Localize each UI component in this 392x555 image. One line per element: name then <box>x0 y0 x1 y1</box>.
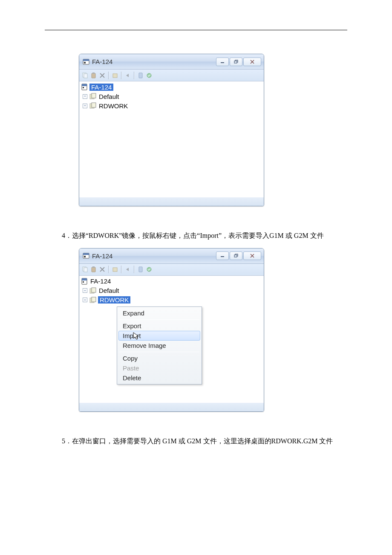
close-button[interactable] <box>243 58 261 66</box>
delete-icon[interactable] <box>99 266 106 273</box>
minimize-icon <box>220 254 225 258</box>
svg-rect-37 <box>92 288 96 292</box>
svg-rect-35 <box>83 281 84 283</box>
copy-icon[interactable] <box>82 72 89 79</box>
back-icon[interactable] <box>124 266 131 273</box>
expand-icon[interactable]: + <box>83 298 87 302</box>
step-4-text: 4．选择“RDWORK”镜像，按鼠标右键，点击“Import”，表示需要导入G1… <box>45 230 347 242</box>
svg-rect-23 <box>221 256 224 257</box>
tree-item-label: Default <box>98 287 120 294</box>
svg-rect-31 <box>139 267 142 272</box>
screenshot-window-1: FA-124 <box>79 54 347 206</box>
restore-icon <box>234 254 239 258</box>
calculator-icon <box>81 84 88 90</box>
back-icon[interactable] <box>124 72 131 79</box>
svg-rect-25 <box>234 255 237 257</box>
svg-rect-34 <box>82 278 87 280</box>
tree-view[interactable]: FA-124 + Default + RDWORK Expand Export <box>79 276 264 403</box>
image-icon <box>89 287 96 294</box>
expand-icon[interactable]: + <box>83 94 87 99</box>
window-controls <box>215 251 261 260</box>
image-icon <box>89 297 96 304</box>
svg-rect-21 <box>83 253 89 255</box>
tree-item-default[interactable]: + Default <box>81 286 262 295</box>
svg-rect-7 <box>84 74 87 78</box>
calculator-icon[interactable] <box>137 72 144 79</box>
restore-button[interactable] <box>230 58 242 66</box>
menu-item-export[interactable]: Export <box>118 321 200 331</box>
svg-rect-3 <box>221 62 224 63</box>
tree-item-rdwork[interactable]: + RDWORK <box>81 101 262 110</box>
minimize-icon <box>220 60 225 64</box>
svg-rect-28 <box>92 267 95 272</box>
menu-item-import[interactable]: Import <box>118 331 200 341</box>
tree-root[interactable]: FA-124 <box>81 277 262 286</box>
toolbar-separator <box>134 266 135 273</box>
new-image-icon[interactable] <box>112 72 118 79</box>
svg-rect-17 <box>92 93 96 98</box>
minimize-button[interactable] <box>216 58 229 66</box>
tree-root[interactable]: FA-124 <box>81 82 262 92</box>
horizontal-rule <box>45 30 347 30</box>
svg-rect-30 <box>113 268 117 272</box>
toolbar-separator <box>121 72 122 79</box>
context-menu: Expand Export Import Remove Image Copy P… <box>117 306 202 384</box>
restore-icon <box>234 60 239 64</box>
svg-rect-39 <box>92 297 96 302</box>
tree-item-label: Default <box>98 93 120 100</box>
new-image-icon[interactable] <box>112 266 118 273</box>
tree-root-label: FA-124 <box>89 278 112 285</box>
restore-button[interactable] <box>230 251 242 260</box>
page: FA-124 <box>0 0 392 471</box>
copy-icon[interactable] <box>82 266 89 273</box>
menu-separator <box>119 319 199 320</box>
menu-item-expand[interactable]: Expand <box>118 308 200 318</box>
svg-rect-10 <box>113 74 117 78</box>
toolbar-separator <box>121 266 122 273</box>
app-icon <box>83 58 89 65</box>
connect-icon[interactable] <box>146 266 153 273</box>
menu-separator <box>119 352 199 352</box>
tree-item-default[interactable]: + Default <box>81 92 262 101</box>
svg-rect-29 <box>92 266 95 268</box>
svg-rect-2 <box>84 62 86 64</box>
tree-item-rdwork[interactable]: + RDWORK <box>81 295 262 305</box>
image-icon <box>89 102 96 109</box>
menu-item-paste: Paste <box>118 363 200 373</box>
close-icon <box>250 60 255 64</box>
svg-rect-14 <box>82 84 87 86</box>
tree-item-label: RDWORK <box>98 102 129 110</box>
svg-rect-15 <box>83 87 84 88</box>
svg-rect-19 <box>92 103 96 107</box>
delete-icon[interactable] <box>99 72 106 79</box>
status-bar <box>79 197 264 206</box>
tree-view[interactable]: FA-124 + Default + RDWORK <box>79 81 264 197</box>
title-bar[interactable]: FA-124 <box>79 249 264 264</box>
svg-rect-8 <box>92 73 95 78</box>
step-5-text: 5．在弹出窗口，选择需要导入的 G1M 或 G2M 文件，这里选择桌面的RDWO… <box>45 435 347 448</box>
paste-icon[interactable] <box>90 266 97 273</box>
app-icon <box>83 252 89 259</box>
close-button[interactable] <box>243 251 261 260</box>
expand-icon[interactable]: + <box>83 104 87 108</box>
svg-rect-9 <box>92 72 95 74</box>
toolbar-separator <box>108 266 109 273</box>
expand-icon[interactable]: + <box>83 288 87 293</box>
svg-rect-22 <box>84 256 86 257</box>
title-bar[interactable]: FA-124 <box>79 54 264 69</box>
window-title: FA-124 <box>92 252 215 260</box>
menu-item-copy[interactable]: Copy <box>118 353 200 363</box>
app-window: FA-124 <box>79 248 264 412</box>
connect-icon[interactable] <box>146 72 153 79</box>
tree-root-label: FA-124 <box>89 84 113 91</box>
calculator-icon[interactable] <box>137 266 144 273</box>
svg-rect-5 <box>234 61 237 63</box>
toolbar-separator <box>108 72 109 79</box>
status-bar <box>79 403 264 411</box>
paste-icon[interactable] <box>90 72 97 79</box>
menu-item-delete[interactable]: Delete <box>118 373 200 383</box>
toolbar-separator <box>134 72 135 79</box>
minimize-button[interactable] <box>216 251 229 260</box>
close-icon <box>250 254 255 258</box>
menu-item-remove-image[interactable]: Remove Image <box>118 341 200 350</box>
